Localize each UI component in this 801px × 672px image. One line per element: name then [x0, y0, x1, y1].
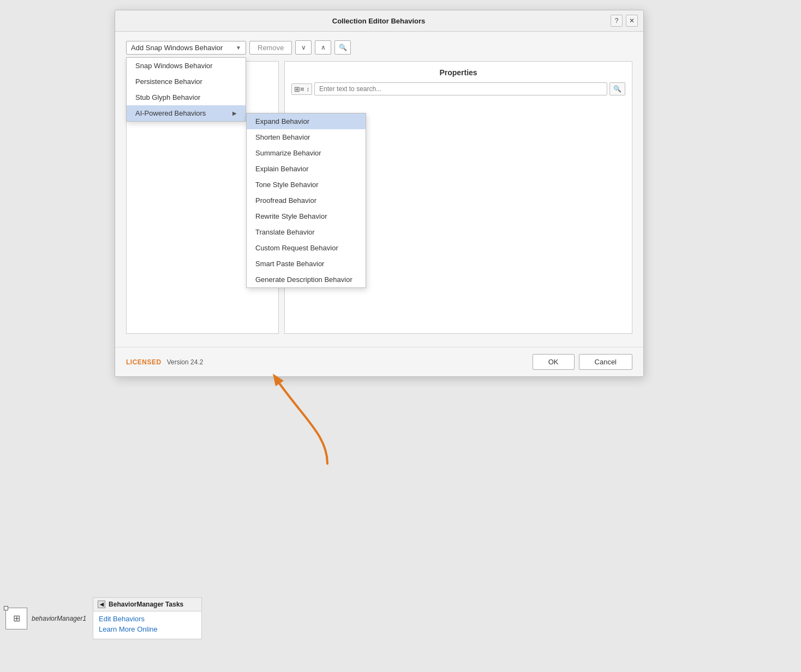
submenu-item-translate[interactable]: Translate Behavior — [247, 224, 366, 240]
submenu-item-shorten[interactable]: Shorten Behavior — [247, 129, 366, 145]
add-button-arrow: ▼ — [236, 45, 241, 51]
ok-button[interactable]: OK — [533, 354, 575, 370]
dialog-content: Add Snap Windows Behavior ▼ Snap Windows… — [115, 32, 643, 343]
submenu-item-custom-request[interactable]: Custom Request Behavior — [247, 240, 366, 256]
dialog-title-prefix: Collection Editor — [332, 17, 391, 25]
annotation-arrow — [218, 365, 393, 475]
dropdown-item-stub-glyph[interactable]: Stub Glyph Behavior — [127, 89, 246, 105]
cancel-button[interactable]: Cancel — [579, 354, 632, 370]
chevron-up-icon: ∧ — [321, 44, 326, 51]
move-up-button[interactable]: ∧ — [315, 40, 331, 55]
close-button[interactable]: ✕ — [626, 15, 638, 27]
footer-buttons: OK Cancel — [533, 354, 632, 370]
submenu-item-expand[interactable]: Expand Behavior — [247, 113, 366, 129]
ai-behaviors-submenu: Expand Behavior Shorten Behavior Summari… — [246, 113, 366, 288]
task-panel-body: Edit Behaviors Learn More Online — [93, 611, 201, 639]
version-text: Version 24.2 — [167, 358, 204, 366]
submenu-arrow-icon: ▶ — [232, 110, 237, 116]
dropdown-item-ai-powered[interactable]: AI-Powered Behaviors ▶ — [127, 105, 246, 121]
collection-editor-dialog: Collection Editor Behaviors ? ✕ Add Snap… — [115, 10, 644, 377]
task-panel-collapse-button[interactable]: ◀ — [98, 601, 105, 608]
dialog-title: Collection Editor Behaviors — [147, 17, 611, 25]
submenu-item-generate-description[interactable]: Generate Description Behavior — [247, 272, 366, 287]
sort-icons[interactable]: ⊞≡ ↕ — [291, 83, 312, 95]
search-icon: 🔍 — [339, 44, 347, 51]
search-toolbar-button[interactable]: 🔍 — [334, 40, 351, 55]
edit-behaviors-link[interactable]: Edit Behaviors — [99, 615, 196, 623]
task-panel-area: ⊞ behaviorManager1 ◀ BehaviorManager Tas… — [0, 597, 202, 639]
search-magnifier-icon: 🔍 — [613, 85, 621, 93]
move-down-button[interactable]: ∨ — [295, 40, 312, 55]
submenu-item-explain[interactable]: Explain Behavior — [247, 161, 366, 177]
submenu-item-summarize[interactable]: Summarize Behavior — [247, 145, 366, 161]
properties-search-row: ⊞≡ ↕ 🔍 — [291, 82, 625, 95]
dropdown-item-persistence[interactable]: Persistence Behavior — [127, 74, 246, 89]
chevron-down-icon: ∨ — [301, 44, 306, 51]
properties-search-input[interactable] — [314, 82, 607, 95]
submenu-item-smart-paste[interactable]: Smart Paste Behavior — [247, 256, 366, 272]
submenu-item-rewrite-style[interactable]: Rewrite Style Behavior — [247, 208, 366, 224]
behavior-manager-icon: ⊞ — [5, 608, 27, 629]
task-panel-title: BehaviorManager Tasks — [109, 601, 183, 608]
add-button-label: Add Snap Windows Behavior — [131, 44, 223, 52]
help-button[interactable]: ? — [611, 15, 623, 27]
titlebar-icons: ? ✕ — [611, 15, 638, 27]
licensed-badge: LICENSED — [126, 358, 162, 366]
learn-more-link[interactable]: Learn More Online — [99, 625, 196, 633]
dialog-titlebar: Collection Editor Behaviors ? ✕ — [115, 10, 643, 32]
toolbar-row: Add Snap Windows Behavior ▼ Snap Windows… — [126, 40, 632, 55]
dropdown-item-snap-windows[interactable]: Snap Windows Behavior — [127, 58, 246, 74]
submenu-item-proofread[interactable]: Proofread Behavior — [247, 193, 366, 208]
task-panel: ◀ BehaviorManager Tasks Edit Behaviors L… — [93, 597, 202, 639]
sort-za-icon: ↕ — [307, 86, 310, 92]
remove-button[interactable]: Remove — [249, 41, 292, 55]
license-area: LICENSED Version 24.2 — [126, 358, 203, 366]
properties-title: Properties — [291, 68, 625, 77]
submenu-item-tone-style[interactable]: Tone Style Behavior — [247, 177, 366, 193]
add-dropdown-menu: Snap Windows Behavior Persistence Behavi… — [126, 57, 246, 122]
add-behavior-button[interactable]: Add Snap Windows Behavior ▼ — [126, 41, 246, 55]
dialog-footer: LICENSED Version 24.2 OK Cancel — [115, 347, 643, 376]
component-label: behaviorManager1 — [32, 615, 86, 622]
sort-az-icon: ⊞≡ — [294, 85, 304, 93]
dialog-title-bold: Behaviors — [391, 17, 425, 25]
task-panel-header: ◀ BehaviorManager Tasks — [93, 598, 201, 611]
component-container: ⊞ behaviorManager1 — [0, 608, 86, 629]
component-glyph: ⊞ — [13, 613, 20, 623]
properties-search-button[interactable]: 🔍 — [609, 82, 625, 95]
add-button-container: Add Snap Windows Behavior ▼ Snap Windows… — [126, 41, 246, 55]
